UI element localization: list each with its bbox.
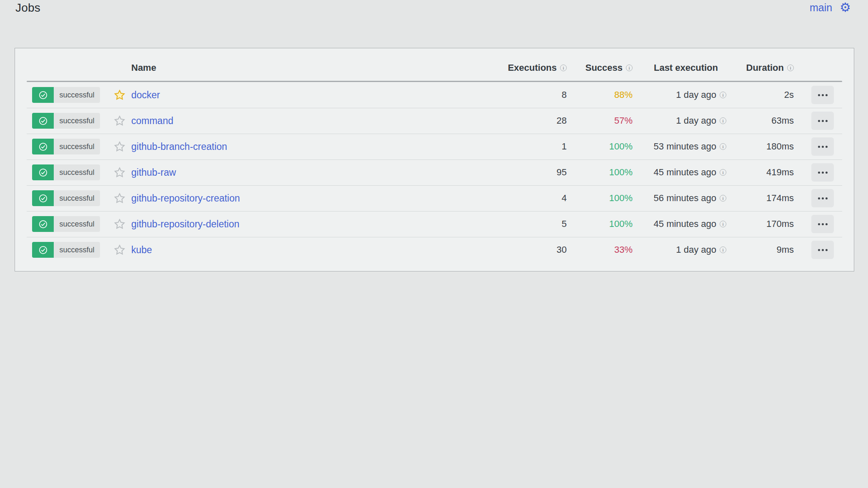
column-header-label: Name xyxy=(131,62,156,73)
table-row: successful github-raw 95 100% 45 minutes… xyxy=(32,159,834,185)
check-circle-icon xyxy=(32,216,54,232)
status-badge: successful xyxy=(32,190,100,206)
success-cell: 88% xyxy=(567,90,633,100)
star-icon[interactable] xyxy=(114,192,125,204)
job-name-link[interactable]: kube xyxy=(131,244,152,255)
star-cell xyxy=(111,218,128,230)
executions-cell: 5 xyxy=(517,219,567,229)
job-name-link[interactable]: github-raw xyxy=(131,167,176,178)
actions-cell xyxy=(794,215,834,233)
table-row: successful github-repository-creation 4 … xyxy=(32,185,834,211)
actions-cell xyxy=(794,112,834,130)
star-cell xyxy=(111,141,128,152)
info-icon[interactable]: i xyxy=(720,117,726,124)
star-cell xyxy=(111,244,128,256)
last-execution-cell: 53 minutes ago i xyxy=(633,141,726,152)
success-cell: 100% xyxy=(567,193,633,204)
last-execution-value: 56 minutes ago xyxy=(654,193,716,204)
status-badge: successful xyxy=(32,242,100,258)
info-icon[interactable]: i xyxy=(560,65,567,71)
status-badge-label: successful xyxy=(54,113,100,129)
status-cell: successful xyxy=(32,242,111,258)
check-circle-icon xyxy=(32,113,54,129)
actions-cell xyxy=(794,137,834,156)
status-badge-label: successful xyxy=(54,164,100,180)
duration-cell: 9ms xyxy=(726,244,794,255)
job-name-cell: docker xyxy=(128,90,517,101)
job-name-link[interactable]: docker xyxy=(131,90,160,100)
success-cell: 100% xyxy=(567,141,633,152)
success-cell: 33% xyxy=(567,244,633,255)
star-icon[interactable] xyxy=(114,115,125,127)
page-title: Jobs xyxy=(15,1,40,15)
check-circle-icon xyxy=(32,164,54,180)
star-icon[interactable] xyxy=(114,244,125,256)
actions-cell xyxy=(794,163,834,182)
job-name-link[interactable]: github-repository-deletion xyxy=(131,219,240,229)
column-header-name: Name xyxy=(128,62,517,73)
ellipsis-menu-button[interactable] xyxy=(811,189,834,207)
actions-cell xyxy=(794,241,834,259)
status-badge: successful xyxy=(32,164,100,180)
gear-icon[interactable]: ⚙ xyxy=(840,1,851,14)
table-row: successful kube 30 33% 1 day ago i 9ms xyxy=(32,237,834,263)
duration-cell: 2s xyxy=(726,90,794,100)
ellipsis-menu-button[interactable] xyxy=(811,163,834,182)
executions-cell: 8 xyxy=(517,90,567,100)
table-header-row: Name Executions i Success i Last executi… xyxy=(32,48,834,81)
jobs-table: Name Executions i Success i Last executi… xyxy=(15,48,854,271)
ellipsis-menu-button[interactable] xyxy=(811,86,834,104)
check-circle-icon xyxy=(32,139,54,154)
table-row: successful github-branch-creation 1 100%… xyxy=(32,134,834,159)
duration-cell: 174ms xyxy=(726,193,794,204)
duration-cell: 170ms xyxy=(726,219,794,229)
last-execution-cell: 1 day ago i xyxy=(633,90,726,100)
info-icon[interactable]: i xyxy=(720,221,726,227)
status-badge: successful xyxy=(32,113,100,129)
job-name-cell: github-repository-creation xyxy=(128,193,517,204)
executions-cell: 30 xyxy=(517,244,567,255)
star-cell xyxy=(111,167,128,178)
info-icon[interactable]: i xyxy=(626,65,633,71)
status-badge-label: successful xyxy=(54,242,100,258)
job-name-link[interactable]: command xyxy=(131,115,173,126)
status-badge: successful xyxy=(32,216,100,232)
star-icon[interactable] xyxy=(114,141,125,152)
check-circle-icon xyxy=(32,190,54,206)
ellipsis-menu-button[interactable] xyxy=(811,112,834,130)
info-icon[interactable]: i xyxy=(720,92,726,98)
actions-cell xyxy=(794,86,834,104)
ellipsis-menu-button[interactable] xyxy=(811,241,834,259)
status-cell: successful xyxy=(32,139,111,154)
ellipsis-menu-button[interactable] xyxy=(811,137,834,156)
star-icon[interactable] xyxy=(114,218,125,230)
star-icon[interactable] xyxy=(114,89,125,101)
job-name-cell: github-branch-creation xyxy=(128,141,517,152)
table-row: successful docker 8 88% 1 day ago i 2s xyxy=(32,82,834,108)
job-name-cell: github-repository-deletion xyxy=(128,219,517,230)
table-body: successful docker 8 88% 1 day ago i 2s xyxy=(32,82,834,263)
column-header-label: Duration xyxy=(746,62,784,73)
info-icon[interactable]: i xyxy=(787,65,794,71)
duration-cell: 419ms xyxy=(726,167,794,178)
info-icon[interactable]: i xyxy=(720,143,726,150)
check-circle-icon xyxy=(32,87,54,103)
job-name-cell: github-raw xyxy=(128,167,517,178)
branch-link[interactable]: main xyxy=(810,2,832,14)
status-badge-label: successful xyxy=(54,139,100,154)
job-name-link[interactable]: github-branch-creation xyxy=(131,141,227,152)
star-icon[interactable] xyxy=(114,167,125,178)
status-cell: successful xyxy=(32,190,111,206)
info-icon[interactable]: i xyxy=(720,169,726,176)
last-execution-value: 45 minutes ago xyxy=(654,167,716,178)
success-cell: 100% xyxy=(567,219,633,229)
check-circle-icon xyxy=(32,242,54,258)
executions-cell: 4 xyxy=(517,193,567,204)
job-name-link[interactable]: github-repository-creation xyxy=(131,193,240,204)
star-cell xyxy=(111,89,128,101)
column-header-label: Executions xyxy=(508,62,557,73)
ellipsis-menu-button[interactable] xyxy=(811,215,834,233)
executions-cell: 1 xyxy=(517,141,567,152)
info-icon[interactable]: i xyxy=(720,246,726,253)
info-icon[interactable]: i xyxy=(720,195,726,202)
